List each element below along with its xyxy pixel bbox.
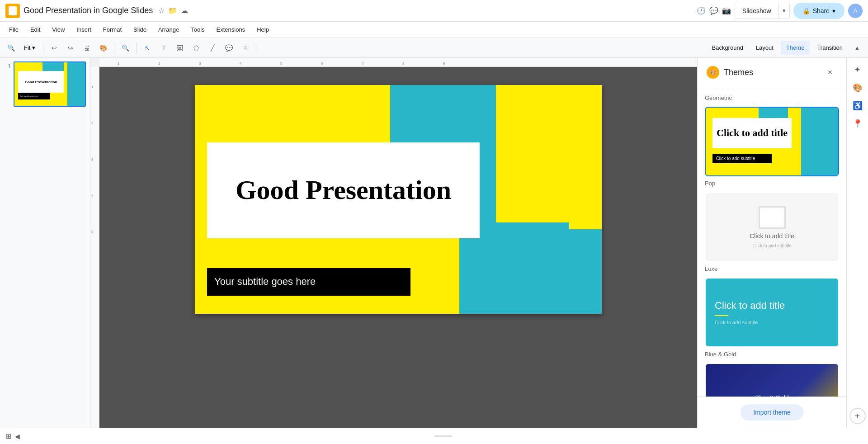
right-sidebar: ✦ 🎨 ♿ 📍 + <box>846 58 868 428</box>
transition-button[interactable]: Transition <box>811 41 848 55</box>
explore-icon[interactable]: ✦ <box>849 61 866 78</box>
thumb-teal-right <box>67 62 85 106</box>
share-arrow-icon: ▾ <box>832 7 835 14</box>
zoom-select[interactable]: Fit ▾ <box>20 41 39 55</box>
share-label: Share <box>813 7 830 14</box>
slide-number: 1 <box>4 63 11 70</box>
geo-teal-right <box>801 108 838 175</box>
luxe-preview-subtitle: Click to add subtitle <box>715 320 829 325</box>
thumb-title: Good Presentation <box>25 80 57 84</box>
layout-button[interactable]: Layout <box>750 41 779 55</box>
slideshow-main-button[interactable]: Slideshow <box>735 3 778 19</box>
toolbar-right: Background Layout Theme Transition ▲ <box>706 41 864 55</box>
slide-teal-bottom-right <box>459 222 602 314</box>
menu-edit[interactable]: Edit <box>25 24 46 35</box>
slides-logo <box>9 6 17 15</box>
maps-icon[interactable]: 📍 <box>849 116 866 132</box>
camera-icon[interactable]: 📷 <box>722 6 731 15</box>
cloud-icon[interactable]: ☁ <box>181 6 188 15</box>
star-icon[interactable]: ☆ <box>158 6 165 15</box>
menu-tools[interactable]: Tools <box>185 24 210 35</box>
collapse-panel-icon[interactable]: ◀ <box>15 433 20 440</box>
comment-tool-button[interactable]: 💬 <box>222 41 236 55</box>
slide-subtitle: Your subtitle goes here <box>214 276 316 288</box>
theme-button[interactable]: Theme <box>781 41 810 55</box>
search-button[interactable]: 🔍 <box>4 41 18 55</box>
menu-arrange[interactable]: Arrange <box>153 24 184 35</box>
slide-canvas[interactable]: Good Presentation Your subtitle goes her… <box>195 85 602 314</box>
slide-thumbnail[interactable]: Good Presentation Your subtitle goes her… <box>14 61 86 107</box>
scroll-indicator <box>434 435 452 437</box>
shapes-button[interactable]: ⬠ <box>189 41 203 55</box>
menu-file[interactable]: File <box>4 24 24 35</box>
zoom-out-button[interactable]: 🔍 <box>118 41 132 55</box>
thumb-subtitle: Your subtitle goes here <box>20 95 38 97</box>
menu-slide[interactable]: Slide <box>128 24 152 35</box>
menu-insert[interactable]: Insert <box>71 24 97 35</box>
pop-preview: Click to add title Click to add subtitle <box>706 193 838 261</box>
slide-thumb-content: Good Presentation Your subtitle goes her… <box>14 62 85 106</box>
paint-format-button[interactable]: 🎨 <box>96 41 110 55</box>
pop-preview-subtitle: Click to add subtitle <box>752 243 792 248</box>
menu-format[interactable]: Format <box>98 24 127 35</box>
themes-panel-title: Themes <box>724 68 753 77</box>
accessibility-icon[interactable]: ♿ <box>849 98 866 114</box>
redo-button[interactable]: ↪ <box>63 41 78 55</box>
theme-card-geometric[interactable]: Click to add title Click to add subtitle <box>705 107 839 176</box>
slide-yellow-right <box>569 85 602 229</box>
separator-3 <box>136 43 137 53</box>
theme-card-pop[interactable]: Click to add title Click to add subtitle <box>705 192 839 262</box>
blue-gold-preview-label: Blue & Gold <box>755 394 789 397</box>
theme-card-luxe[interactable]: Click to add title Click to add subtitle <box>705 278 839 347</box>
themes-footer: Import theme <box>698 397 846 428</box>
themes-header: 🎨 Themes × <box>698 58 846 87</box>
undo-button[interactable]: ↩ <box>47 41 61 55</box>
luxe-preview: Click to add title Click to add subtitle <box>706 279 838 346</box>
slide-panel: 1 Good Presentation Your subtitle goes h… <box>0 58 90 428</box>
geo-black-bar: Click to add subtitle <box>712 154 772 163</box>
bottom-left: ⊞ ◀ <box>5 432 20 440</box>
format-button[interactable]: ≡ <box>238 41 252 55</box>
image-button[interactable]: 🖼 <box>173 41 187 55</box>
menu-bar: File Edit View Insert Format Slide Arran… <box>0 22 868 38</box>
thumb-white-box: Good Presentation <box>18 71 64 93</box>
blue-gold-category-label: Blue & Gold <box>705 351 839 358</box>
separator-4 <box>256 43 256 53</box>
slideshow-dropdown-button[interactable]: ▾ <box>778 3 789 19</box>
folder-icon[interactable]: 📁 <box>168 6 177 15</box>
separator-1 <box>43 43 43 53</box>
menu-extensions[interactable]: Extensions <box>211 24 251 35</box>
pop-category-label: Pop <box>705 180 839 187</box>
title-icons: ☆ 📁 ☁ <box>158 6 188 15</box>
share-button[interactable]: 🔒 Share ▾ <box>793 3 844 19</box>
grid-view-icon[interactable]: ⊞ <box>5 432 11 440</box>
luxe-preview-title: Click to add title <box>715 300 829 312</box>
ruler-horizontal: 1 2 3 4 5 6 7 8 9 <box>99 58 697 67</box>
comment-icon[interactable]: 💬 <box>709 6 718 15</box>
slide-subtitle-bar[interactable]: Your subtitle goes here <box>207 268 410 296</box>
geo-preview-subtitle: Click to add subtitle <box>716 156 755 161</box>
app-icon <box>5 4 20 18</box>
themes-icon-sidebar[interactable]: 🎨 <box>849 80 866 96</box>
cursor-button[interactable]: ↖ <box>140 41 155 55</box>
background-button[interactable]: Background <box>706 41 748 55</box>
add-button[interactable]: + <box>849 408 866 424</box>
themes-palette-icon: 🎨 <box>707 66 719 79</box>
geo-preview-title: Click to add title <box>717 127 788 139</box>
geometric-preview: Click to add title Click to add subtitle <box>706 108 838 175</box>
theme-card-blue-gold[interactable]: Blue & Gold <box>705 363 839 397</box>
user-avatar[interactable]: A <box>848 4 863 18</box>
text-button[interactable]: T <box>156 41 171 55</box>
print-button[interactable]: 🖨 <box>80 41 94 55</box>
slide-white-box[interactable]: Good Presentation <box>207 142 480 239</box>
import-theme-button[interactable]: Import theme <box>741 404 803 420</box>
themes-content: Geometric Click to add title Click to ad… <box>698 87 846 397</box>
main-area: 1 Good Presentation Your subtitle goes h… <box>0 58 868 428</box>
themes-close-button[interactable]: × <box>823 65 837 80</box>
line-button[interactable]: ╱ <box>205 41 220 55</box>
canvas-scroll[interactable]: Good Presentation Your subtitle goes her… <box>99 67 697 428</box>
menu-help[interactable]: Help <box>251 24 274 35</box>
toolbar-collapse-button[interactable]: ▲ <box>850 41 864 55</box>
menu-view[interactable]: View <box>47 24 70 35</box>
history-icon[interactable]: 🕐 <box>697 6 706 15</box>
